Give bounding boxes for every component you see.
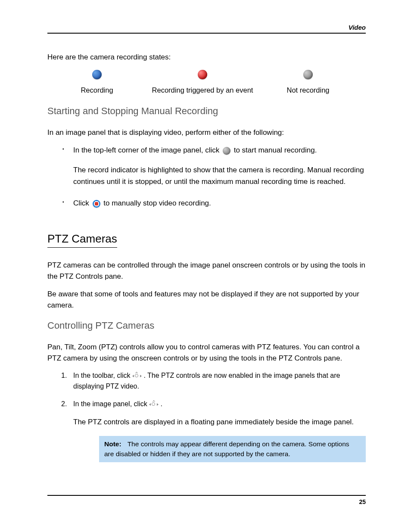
start-stop-lead: In an image panel that is displaying vid… (47, 127, 366, 138)
step-1-marker: 1. (61, 370, 67, 381)
ptz-panel-icon (150, 401, 158, 408)
step-2-pre: In the image panel, click (73, 400, 149, 408)
intro-text: Here are the camera recording states: (47, 52, 366, 63)
heading-controlling-ptz: Controlling PTZ Cameras (47, 320, 366, 331)
heading-ptz-cameras: PTZ Cameras (47, 232, 117, 248)
note-box: Note: The controls may appear different … (99, 436, 366, 462)
step-2-post: . (161, 400, 162, 408)
page-content: Here are the camera recording states: Re… (47, 34, 366, 462)
document-page: Video Here are the camera recording stat… (0, 0, 411, 532)
orb-gray-icon (303, 70, 313, 79)
footer-rule (47, 495, 366, 496)
state-recording-event: Recording triggered by an event (146, 70, 258, 94)
bullet-stop-recording: Click to manually stop video recording. (73, 198, 366, 209)
step-1: 1. In the toolbar, click . The PTZ contr… (73, 370, 366, 392)
state-not-recording-label: Not recording (286, 86, 329, 94)
record-start-icon (223, 147, 230, 155)
bullet-stop-pre: Click (73, 199, 91, 207)
header-section-title: Video (349, 24, 366, 31)
bullet-start-recording: In the top-left corner of the image pane… (73, 145, 366, 156)
state-not-recording: Not recording (258, 70, 358, 94)
step-2-marker: 2. (61, 399, 67, 410)
page-number: 25 (47, 498, 366, 505)
note-text: The controls may appear different depend… (104, 440, 349, 457)
controlling-ptz-lead: Pan, Tilt, Zoom (PTZ) controls allow you… (47, 342, 366, 364)
step-1-pre: In the toolbar, click (73, 372, 132, 379)
bullet-start-pre: In the top-left corner of the image pane… (73, 146, 221, 154)
state-recording-event-label: Recording triggered by an event (152, 86, 253, 94)
ptz-p1: PTZ cameras can be controlled through th… (47, 260, 366, 282)
bullet-start-post: to start manual recording. (234, 146, 317, 154)
orb-blue-icon (92, 70, 102, 79)
ptz-toolbar-icon (133, 373, 141, 379)
ptz-p2: Be aware that some of tools and features… (47, 289, 366, 311)
recording-states-row: Recording Recording triggered by an even… (47, 70, 366, 94)
orb-red-icon (198, 70, 207, 79)
bullet-start-sub: The record indicator is highlighted to s… (73, 165, 366, 187)
page-header: Video (47, 0, 366, 34)
state-recording-label: Recording (81, 86, 113, 94)
step-2-sub: The PTZ controls are displayed in a floa… (73, 417, 366, 428)
state-recording: Recording (47, 70, 146, 94)
record-stop-icon (93, 200, 100, 208)
step-2: 2. In the image panel, click . (73, 399, 366, 410)
header-rule (47, 33, 366, 34)
note-label: Note: (104, 440, 121, 448)
bullet-stop-post: to manually stop video recording. (103, 199, 211, 207)
heading-start-stop: Starting and Stopping Manual Recording (47, 106, 366, 117)
page-footer: 25 (47, 495, 366, 505)
